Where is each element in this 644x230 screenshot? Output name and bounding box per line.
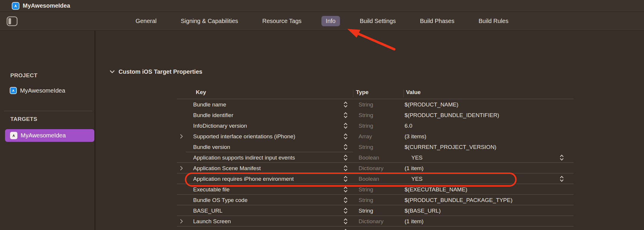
property-value[interactable]: 6.0 [405,123,412,129]
property-type[interactable]: String [359,197,373,203]
property-key[interactable]: Bundle version [193,144,230,150]
disclosure-chevron-icon[interactable] [180,166,183,171]
sidebar-item-project[interactable]: MyAwesomeIdea [10,87,65,94]
property-type[interactable]: Boolean [359,155,379,161]
property-type[interactable]: Dictionary [359,165,383,172]
target-properties-table: Key Type Value Bundle nameString$(PRODUC… [177,86,574,230]
table-row-supported-interface-orientations-iphone[interactable]: Supported interface orientations (iPhone… [177,131,574,142]
table-row-bundle-version[interactable]: Bundle versionString$(CURRENT_PROJECT_VE… [177,142,574,152]
property-value[interactable]: $(BASE_URL) [405,208,441,214]
property-key[interactable]: Application requires iPhone environment [193,176,294,182]
key-stepper-icon[interactable] [344,154,348,161]
property-type[interactable]: String [359,123,373,129]
property-value[interactable]: (3 items) [405,133,426,140]
key-stepper-icon[interactable] [344,218,348,225]
property-type[interactable]: String [359,229,373,230]
tab-resource-tags[interactable]: Resource Tags [258,16,306,26]
property-value[interactable]: (1 item) [405,165,423,172]
column-header-key: Key [196,89,206,96]
property-value[interactable]: $(PRODUCT_NAME) [405,101,459,108]
table-row-application-requires-iphone-environment[interactable]: Application requires iPhone environmentB… [177,173,574,184]
property-key[interactable]: BASE_URL [193,208,222,214]
targets-section-header: TARGETS [10,116,37,122]
table-row-base-url[interactable]: BASE_URLString$(BASE_URL) [177,205,574,216]
key-stepper-icon[interactable] [344,207,348,214]
property-value[interactable]: $(DEVELOPMENT_LANGUAGE) [405,229,488,230]
key-stepper-icon[interactable] [344,197,348,203]
property-key[interactable]: Bundle OS Type code [193,197,248,203]
property-value[interactable]: (1 item) [405,218,423,225]
key-stepper-icon[interactable] [344,229,348,230]
property-type[interactable]: String [359,101,373,108]
property-value[interactable]: $(PRODUCT_BUNDLE_PACKAGE_TYPE) [405,197,512,203]
property-key[interactable]: Supported interface orientations (iPhone… [193,133,295,140]
tab-bar: GeneralSigning & CapabilitiesResource Ta… [0,12,644,30]
target-item-label: MyAwesomeIdea [21,132,66,139]
property-type[interactable]: Dictionary [359,218,383,225]
info-editor-pane: Custom iOS Target Properties Key Type Va… [96,31,644,230]
disclosure-chevron-icon[interactable] [180,219,183,224]
tab-signing-capabilities[interactable]: Signing & Capabilities [176,16,243,26]
table-row-infodictionary-version[interactable]: InfoDictionary versionString6.0 [177,120,574,131]
key-stepper-icon[interactable] [344,175,348,182]
key-stepper-icon[interactable] [344,186,348,193]
key-stepper-icon[interactable] [344,133,348,140]
table-row-executable-file[interactable]: Executable fileString$(EXECUTABLE_NAME) [177,184,574,195]
column-header-value: Value [406,89,421,96]
property-type[interactable]: Boolean [359,176,379,182]
property-key[interactable]: Executable file [193,186,230,193]
window-title: MyAwesomeIdea [23,2,70,9]
key-stepper-icon[interactable] [344,144,348,150]
table-row-bundle-identifier[interactable]: Bundle identifierString$(PRODUCT_BUNDLE_… [177,110,574,120]
disclosure-chevron-icon[interactable] [180,134,183,139]
table-row-bundle-os-type-code[interactable]: Bundle OS Type codeString$(PRODUCT_BUNDL… [177,195,574,205]
key-stepper-icon[interactable] [344,165,348,172]
property-key[interactable]: Application Scene Manifest [193,165,261,172]
tab-build-settings[interactable]: Build Settings [355,16,400,26]
column-divider[interactable] [403,90,404,97]
sidebar-divider [4,111,92,111]
key-stepper-icon[interactable] [344,122,348,129]
property-value[interactable]: $(EXECUTABLE_NAME) [405,186,467,193]
property-key[interactable]: Development localization [193,229,255,230]
column-divider[interactable] [353,90,353,97]
property-key[interactable]: Application supports indirect input even… [193,155,295,161]
property-type[interactable]: String [359,144,373,150]
property-key[interactable]: Launch Screen [193,218,231,225]
property-key[interactable]: Bundle identifier [193,112,233,119]
key-stepper-icon[interactable] [344,112,348,119]
tab-build-phases[interactable]: Build Phases [415,16,459,26]
value-stepper-icon[interactable] [560,154,564,161]
table-header-row: Key Type Value [177,86,574,99]
app-store-icon [10,132,17,139]
key-stepper-icon[interactable] [344,101,348,108]
project-item-label: MyAwesomeIdea [20,87,65,94]
sidebar-item-target-selected[interactable]: MyAwesomeIdea [5,129,94,142]
project-navigator-sidebar: PROJECT MyAwesomeIdea TARGETS MyAwesomeI… [0,31,95,230]
property-type[interactable]: String [359,208,373,214]
property-value[interactable]: YES [411,155,423,161]
app-store-icon [12,2,19,10]
property-key[interactable]: Bundle name [193,101,226,108]
section-title: Custom iOS Target Properties [119,68,202,75]
property-type[interactable]: Array [359,133,372,140]
property-type[interactable]: String [359,112,373,119]
property-type[interactable]: String [359,186,373,193]
property-value[interactable]: YES [411,176,423,182]
project-section-header: PROJECT [10,72,37,79]
column-header-type: Type [356,89,369,96]
tab-general[interactable]: General [131,16,161,26]
table-row-development-localization[interactable]: Development localizationString$(DEVELOPM… [177,226,574,230]
tab-build-rules[interactable]: Build Rules [474,16,513,26]
table-row-application-scene-manifest[interactable]: Application Scene ManifestDictionary(1 i… [177,163,574,173]
property-value[interactable]: $(CURRENT_PROJECT_VERSION) [405,144,496,150]
tab-info[interactable]: Info [321,16,340,26]
table-row-bundle-name[interactable]: Bundle nameString$(PRODUCT_NAME) [177,99,574,110]
table-row-application-supports-indirect-input-events[interactable]: Application supports indirect input even… [177,152,574,163]
section-header-custom-ios-target-properties[interactable]: Custom iOS Target Properties [110,68,202,75]
property-key[interactable]: InfoDictionary version [193,123,247,129]
value-stepper-icon[interactable] [560,175,564,182]
chevron-down-icon [110,70,115,73]
table-row-launch-screen[interactable]: Launch ScreenDictionary(1 item) [177,216,574,226]
property-value[interactable]: $(PRODUCT_BUNDLE_IDENTIFIER) [405,112,499,119]
